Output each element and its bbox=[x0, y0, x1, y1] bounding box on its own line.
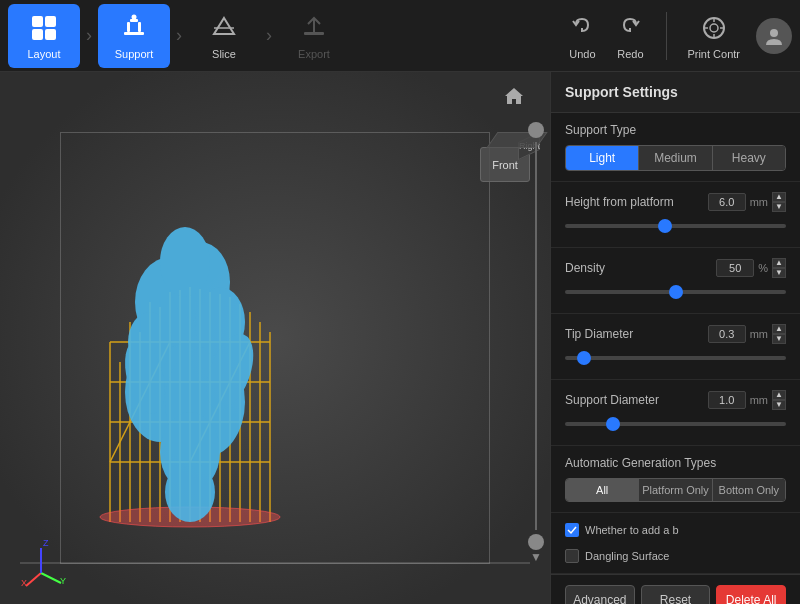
height-up-btn[interactable]: ▲ bbox=[772, 192, 786, 202]
toolbar-separator bbox=[666, 12, 667, 60]
height-slider[interactable] bbox=[565, 224, 786, 228]
gen-platform-btn[interactable]: Platform Only bbox=[639, 479, 712, 501]
slider-top-knob[interactable] bbox=[528, 122, 544, 138]
svg-point-8 bbox=[132, 14, 137, 19]
height-input[interactable] bbox=[708, 193, 746, 211]
layout-icon bbox=[28, 12, 60, 44]
svg-point-19 bbox=[770, 29, 778, 37]
undo-label: Undo bbox=[569, 48, 595, 60]
checkbox-1[interactable] bbox=[565, 523, 579, 537]
sup-diam-slider[interactable] bbox=[565, 422, 786, 426]
grid-floor bbox=[20, 562, 530, 564]
gen-all-btn[interactable]: All bbox=[566, 479, 639, 501]
height-spinners: ▲ ▼ bbox=[772, 192, 786, 212]
sup-diam-input[interactable] bbox=[708, 391, 746, 409]
reset-btn[interactable]: Reset bbox=[641, 585, 711, 604]
sup-diam-up-btn[interactable]: ▲ bbox=[772, 390, 786, 400]
svg-marker-9 bbox=[214, 18, 234, 34]
svg-rect-11 bbox=[304, 32, 324, 35]
density-label: Density bbox=[565, 261, 605, 275]
layout-tool-btn[interactable]: Layout bbox=[8, 4, 80, 68]
density-header: Density % ▲ ▼ bbox=[565, 258, 786, 278]
svg-rect-4 bbox=[124, 32, 144, 35]
tip-diam-up-btn[interactable]: ▲ bbox=[772, 324, 786, 334]
svg-text:Z: Z bbox=[43, 538, 49, 548]
density-slider-row: Density % ▲ ▼ bbox=[565, 258, 786, 297]
layout-label: Layout bbox=[27, 48, 60, 60]
support-panel: Support Settings Support Type Light Medi… bbox=[550, 72, 800, 604]
height-label: Height from platform bbox=[565, 195, 674, 209]
print-ctrl-btn[interactable]: Print Contr bbox=[687, 12, 740, 60]
svg-rect-6 bbox=[138, 22, 141, 32]
support-label: Support bbox=[115, 48, 154, 60]
home-btn[interactable] bbox=[498, 80, 530, 112]
slice-tool-btn[interactable]: Slice bbox=[188, 4, 260, 68]
viewport[interactable]: Front Right ▼ X Y Z bbox=[0, 72, 550, 604]
tip-diam-slider[interactable] bbox=[565, 356, 786, 360]
svg-rect-5 bbox=[127, 22, 130, 32]
gen-type-buttons: All Platform Only Bottom Only bbox=[565, 478, 786, 502]
tip-diam-input[interactable] bbox=[708, 325, 746, 343]
undo-icon bbox=[566, 12, 598, 44]
redo-btn[interactable]: Redo bbox=[614, 12, 646, 60]
print-ctrl-icon bbox=[698, 12, 730, 44]
svg-point-59 bbox=[165, 462, 215, 522]
arrow-1: › bbox=[86, 25, 92, 46]
check-row-2: Dangling Surface bbox=[565, 549, 669, 563]
tip-diam-header: Tip Diameter mm ▲ ▼ bbox=[565, 324, 786, 344]
svg-rect-0 bbox=[32, 16, 43, 27]
slider-down-arrow[interactable]: ▼ bbox=[530, 550, 542, 564]
delete-all-btn[interactable]: Delete All bbox=[716, 585, 786, 604]
action-buttons: Advanced Reset Delete All bbox=[551, 574, 800, 604]
height-value-group: mm ▲ ▼ bbox=[708, 192, 786, 212]
checkbox-2[interactable] bbox=[565, 549, 579, 563]
vertical-slider[interactable]: ▼ bbox=[526, 122, 546, 564]
height-section: Height from platform mm ▲ ▼ bbox=[551, 182, 800, 248]
svg-rect-2 bbox=[32, 29, 43, 40]
slice-icon bbox=[208, 12, 240, 44]
sup-diam-section: Support Diameter mm ▲ ▼ bbox=[551, 380, 800, 446]
tip-diam-down-btn[interactable]: ▼ bbox=[772, 334, 786, 344]
checkbox-section: Whether to add a b Dangling Surface bbox=[551, 513, 800, 574]
axis-indicator: X Y Z bbox=[16, 538, 66, 588]
svg-marker-60 bbox=[505, 88, 523, 104]
advanced-btn[interactable]: Advanced bbox=[565, 585, 635, 604]
undo-btn[interactable]: Undo bbox=[566, 12, 598, 60]
auto-gen-section: Automatic Generation Types All Platform … bbox=[551, 446, 800, 513]
slice-label: Slice bbox=[212, 48, 236, 60]
toolbar-right: Undo Redo P bbox=[566, 12, 792, 60]
height-down-btn[interactable]: ▼ bbox=[772, 202, 786, 212]
support-tool-btn[interactable]: Support bbox=[98, 4, 170, 68]
type-medium-btn[interactable]: Medium bbox=[639, 146, 712, 170]
density-spinners: ▲ ▼ bbox=[772, 258, 786, 278]
support-type-buttons: Light Medium Heavy bbox=[565, 145, 786, 171]
sup-diam-down-btn[interactable]: ▼ bbox=[772, 400, 786, 410]
density-up-btn[interactable]: ▲ bbox=[772, 258, 786, 268]
export-icon bbox=[298, 12, 330, 44]
check-label-2: Dangling Surface bbox=[585, 550, 669, 562]
tip-diam-section: Tip Diameter mm ▲ ▼ bbox=[551, 314, 800, 380]
height-header: Height from platform mm ▲ ▼ bbox=[565, 192, 786, 212]
tip-diam-spinners: ▲ ▼ bbox=[772, 324, 786, 344]
toolbar: Layout › Support › Slice › bbox=[0, 0, 800, 72]
tip-diam-label: Tip Diameter bbox=[565, 327, 633, 341]
gen-bottom-btn[interactable]: Bottom Only bbox=[713, 479, 785, 501]
density-input[interactable] bbox=[716, 259, 754, 277]
type-heavy-btn[interactable]: Heavy bbox=[713, 146, 785, 170]
check-label-1: Whether to add a b bbox=[585, 524, 679, 536]
panel-title: Support Settings bbox=[551, 72, 800, 113]
sup-diam-value-group: mm ▲ ▼ bbox=[708, 390, 786, 410]
density-slider[interactable] bbox=[565, 290, 786, 294]
slider-bottom-knob[interactable] bbox=[528, 534, 544, 550]
sup-diam-spinners: ▲ ▼ bbox=[772, 390, 786, 410]
sup-diam-header: Support Diameter mm ▲ ▼ bbox=[565, 390, 786, 410]
height-unit: mm bbox=[750, 196, 768, 208]
redo-label: Redo bbox=[617, 48, 643, 60]
export-tool-btn[interactable]: Export bbox=[278, 4, 350, 68]
user-avatar[interactable] bbox=[756, 18, 792, 54]
slider-track bbox=[535, 142, 537, 530]
print-ctrl-label: Print Contr bbox=[687, 48, 740, 60]
sup-diam-slider-row: Support Diameter mm ▲ ▼ bbox=[565, 390, 786, 429]
density-down-btn[interactable]: ▼ bbox=[772, 268, 786, 278]
type-light-btn[interactable]: Light bbox=[566, 146, 639, 170]
